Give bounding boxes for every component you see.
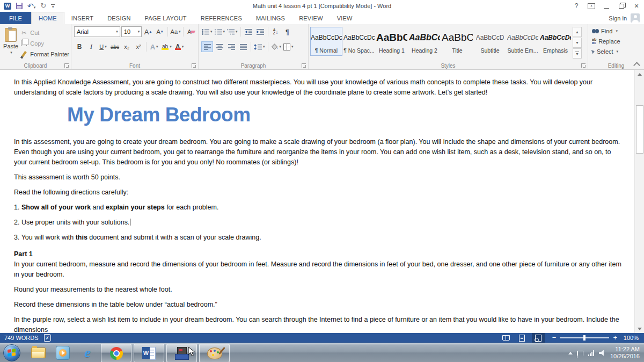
close-icon[interactable]: × <box>629 1 644 11</box>
change-case-button[interactable]: Aa▾ <box>170 27 181 37</box>
shrink-font-button[interactable]: A▼ <box>155 27 165 37</box>
zoom-out-button[interactable]: − <box>552 335 557 341</box>
tab-review[interactable]: REVIEW <box>292 12 330 24</box>
subscript-button[interactable]: x₂ <box>121 42 132 52</box>
justify-button[interactable] <box>238 42 248 52</box>
style-subtitle[interactable]: AaBbCcDSubtitle <box>474 27 506 56</box>
italic-button[interactable]: I <box>86 42 97 52</box>
style-no-spacing[interactable]: AaBbCcDc¶ No Spac... <box>343 27 375 56</box>
numbering-button[interactable]: ▾ <box>214 27 226 37</box>
bold-button[interactable]: B <box>74 42 85 52</box>
tab-design[interactable]: DESIGN <box>100 12 137 24</box>
scroll-down-button[interactable] <box>635 324 644 333</box>
web-layout-button[interactable] <box>532 333 545 343</box>
tab-mailings[interactable]: MAILINGS <box>249 12 292 24</box>
minimize-icon[interactable] <box>599 1 614 11</box>
tab-references[interactable]: REFERENCES <box>194 12 249 24</box>
start-button[interactable] <box>3 344 20 361</box>
word-app-icon[interactable]: W <box>4 3 11 10</box>
dialog-launcher-icon[interactable] <box>302 63 306 68</box>
taskbar-clock[interactable]: 11:22 AM 10/26/2016 <box>610 346 640 360</box>
align-right-button[interactable] <box>226 42 237 52</box>
tab-insert[interactable]: INSERT <box>64 12 100 24</box>
show-hidden-icons-button[interactable] <box>568 352 573 354</box>
style-title[interactable]: AaBbCTitle <box>441 27 473 56</box>
styles-scroll-up-button[interactable]: ▲ <box>573 27 582 37</box>
taskbar-explorer-button[interactable] <box>26 344 50 362</box>
multilevel-list-button[interactable]: ▾ <box>226 27 238 37</box>
zoom-in-button[interactable]: + <box>613 335 617 341</box>
shading-button[interactable]: ▾ <box>270 42 282 52</box>
document-canvas[interactable]: In this Applied Knowledge Assessment, yo… <box>0 70 635 333</box>
dialog-launcher-icon[interactable] <box>192 63 196 68</box>
style-heading2[interactable]: AaBbCcHeading 2 <box>408 27 441 56</box>
grow-font-button[interactable]: A▲ <box>143 27 153 37</box>
taskbar-paint-button[interactable] <box>199 344 230 362</box>
styles-more-button[interactable]: ▼ <box>573 48 582 59</box>
style-normal[interactable]: AaBbCcDc¶ Normal <box>310 27 342 56</box>
print-layout-button[interactable] <box>516 333 529 343</box>
align-left-button[interactable] <box>201 41 213 52</box>
sort-button[interactable]: AZ ↓ <box>270 27 281 37</box>
strikethrough-button[interactable]: abc <box>109 42 120 52</box>
replace-button[interactable]: abac Replace <box>590 36 642 46</box>
cut-button[interactable]: ✂ Cut <box>20 27 69 38</box>
network-signal-icon[interactable] <box>588 350 594 356</box>
zoom-level[interactable]: 100% <box>620 335 639 341</box>
paste-button[interactable]: Paste ▾ <box>2 26 20 61</box>
scrollbar-thumb[interactable] <box>636 105 643 154</box>
redo-icon[interactable]: ↻ <box>40 3 46 9</box>
font-name-combo[interactable]: Arial▾ <box>74 26 120 37</box>
undo-button[interactable]: ↶▾ <box>27 1 35 11</box>
superscript-button[interactable]: x² <box>133 42 144 52</box>
taskbar-chrome-button[interactable] <box>101 344 131 362</box>
tab-home[interactable]: HOME <box>31 12 64 24</box>
proofing-errors-icon[interactable]: ✗ <box>44 334 51 342</box>
action-center-flag-icon[interactable] <box>577 351 583 356</box>
font-size-combo[interactable]: 10▾ <box>121 26 142 37</box>
avatar[interactable] <box>631 13 640 23</box>
line-spacing-button[interactable]: ▾ <box>253 42 266 52</box>
style-heading1[interactable]: AaBbCHeading 1 <box>376 27 408 56</box>
underline-button[interactable]: U▾ <box>98 42 108 52</box>
increase-indent-button[interactable] <box>255 27 266 37</box>
align-center-button[interactable] <box>214 42 225 52</box>
tab-file[interactable]: FILE <box>0 12 31 24</box>
highlight-color-button[interactable]: ab▾ <box>160 42 173 52</box>
borders-button[interactable]: ▾ <box>283 42 294 52</box>
zoom-slider[interactable] <box>560 337 609 338</box>
customize-qat-button[interactable]: ▾ <box>51 4 55 8</box>
vertical-scrollbar[interactable] <box>634 70 644 333</box>
restore-icon[interactable] <box>614 1 629 11</box>
save-icon[interactable] <box>16 3 23 9</box>
dialog-launcher-icon[interactable] <box>581 63 586 68</box>
help-icon[interactable]: ? <box>569 1 584 11</box>
select-button[interactable]: Select ▾ <box>590 46 642 56</box>
tab-view[interactable]: VIEW <box>330 12 360 24</box>
taskbar-media-player-button[interactable] <box>50 344 75 362</box>
sign-in-link[interactable]: Sign in <box>609 15 627 21</box>
dialog-launcher-icon[interactable] <box>64 63 69 68</box>
taskbar-word-button[interactable]: W <box>134 344 164 362</box>
style-subtle-emphasis[interactable]: AaBbCcDcSubtle Em... <box>507 27 539 56</box>
copy-button[interactable]: Copy <box>20 38 69 49</box>
styles-scroll-down-button[interactable]: ▼ <box>573 38 582 48</box>
decrease-indent-button[interactable] <box>243 27 254 37</box>
tab-page-layout[interactable]: PAGE LAYOUT <box>138 12 194 24</box>
read-mode-button[interactable] <box>500 333 513 343</box>
find-button[interactable]: Find ▾ <box>590 26 642 36</box>
style-emphasis[interactable]: AaBbCcDcEmphasis <box>539 27 572 56</box>
font-color-button[interactable]: A▾ <box>174 42 185 52</box>
show-paragraph-marks-button[interactable]: ¶ <box>282 27 293 37</box>
clear-formatting-button[interactable]: A <box>186 27 196 37</box>
speaker-icon[interactable] <box>599 350 605 356</box>
bullets-button[interactable]: ▾ <box>201 27 213 37</box>
list-item: 1. Show all of your work and explain you… <box>14 202 622 213</box>
zoom-slider-thumb[interactable] <box>583 335 586 341</box>
ribbon-display-options-icon[interactable]: ▴ <box>584 1 599 11</box>
text-effects-button[interactable]: A▾ <box>149 42 159 52</box>
taskbar-internet-explorer-button[interactable]: e <box>75 344 100 362</box>
word-count[interactable]: 749 WORDS <box>4 335 39 341</box>
scroll-up-button[interactable] <box>635 70 644 78</box>
format-painter-button[interactable]: Format Painter <box>20 49 69 60</box>
